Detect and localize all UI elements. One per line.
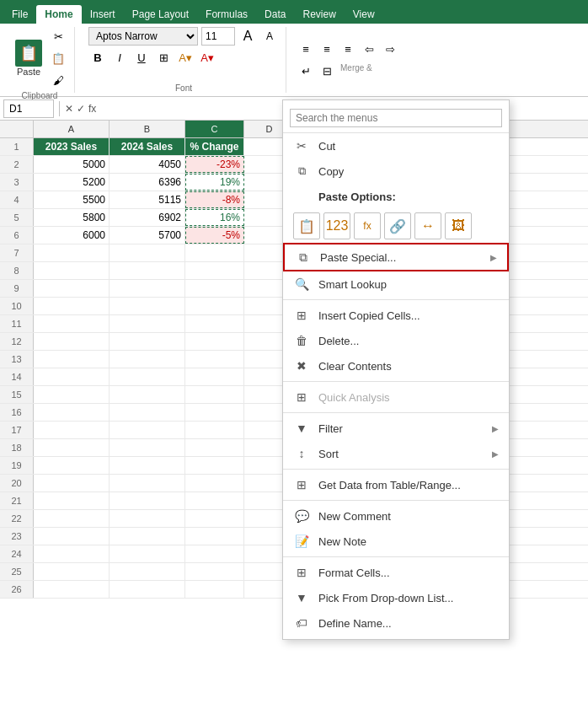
context-menu-new-note[interactable]: 📝 New Note — [283, 529, 509, 554]
format-painter-button[interactable]: 🖌 — [49, 71, 67, 89]
formula-cancel-icon[interactable]: ✕ — [65, 103, 73, 115]
context-menu-smart-lookup[interactable]: 🔍 Smart Lookup — [283, 271, 509, 297]
cell-b26[interactable] — [110, 581, 185, 598]
wrap-text-button[interactable]: ↵ — [297, 62, 315, 80]
align-right-button[interactable]: ≡ — [339, 40, 357, 58]
context-menu-insert-copied[interactable]: ⊞ Insert Copied Cells... — [283, 303, 509, 328]
cell-a23[interactable] — [34, 528, 110, 545]
cell-b9[interactable] — [110, 280, 185, 297]
cell-b14[interactable] — [110, 368, 185, 385]
search-input[interactable] — [290, 109, 502, 127]
cut-button[interactable]: ✂ — [49, 27, 67, 46]
cell-c3[interactable]: 19% — [185, 174, 244, 191]
tab-data[interactable]: Data — [256, 5, 294, 24]
cell-c20[interactable] — [185, 475, 244, 491]
cell-b5[interactable]: 6902 — [110, 209, 185, 226]
cell-c5[interactable]: 16% — [185, 209, 244, 226]
cell-a21[interactable] — [34, 492, 110, 509]
cell-b18[interactable] — [110, 439, 185, 456]
cell-a14[interactable] — [34, 368, 110, 385]
cell-a1[interactable]: 2023 Sales — [34, 138, 110, 155]
cell-a25[interactable] — [34, 563, 110, 580]
bold-button[interactable]: B — [88, 48, 107, 67]
tab-file[interactable]: File — [3, 5, 36, 24]
cell-a24[interactable] — [34, 545, 110, 562]
context-menu-define-name[interactable]: 🏷 Define Name... — [283, 610, 509, 636]
cell-a6[interactable]: 6000 — [34, 227, 110, 244]
cell-c14[interactable] — [185, 368, 244, 385]
paste-opt-picture[interactable]: 🖼 — [445, 212, 472, 239]
col-header-c[interactable]: C — [185, 121, 244, 137]
cell-a3[interactable]: 5200 — [34, 174, 110, 191]
cell-c4[interactable]: -8% — [185, 191, 244, 208]
cell-c15[interactable] — [185, 386, 244, 403]
cell-b13[interactable] — [110, 351, 185, 368]
font-color-button[interactable]: A▾ — [198, 48, 216, 67]
cell-c11[interactable] — [185, 315, 244, 332]
cell-a11[interactable] — [34, 315, 110, 332]
cell-a20[interactable] — [34, 475, 110, 491]
formula-fx-icon[interactable]: fx — [88, 103, 96, 115]
cell-b10[interactable] — [110, 298, 185, 314]
cell-c1[interactable]: % Change — [185, 138, 244, 155]
cell-c8[interactable] — [185, 262, 244, 279]
cell-b19[interactable] — [110, 457, 185, 474]
align-center-button[interactable]: ≡ — [318, 40, 336, 58]
cell-c16[interactable] — [185, 404, 244, 421]
font-size-input[interactable] — [201, 27, 235, 46]
cell-b6[interactable]: 5700 — [110, 227, 185, 244]
context-menu-sort[interactable]: ↕ Sort ▶ — [283, 441, 509, 466]
borders-button[interactable]: ⊞ — [154, 48, 173, 67]
cell-c22[interactable] — [185, 510, 244, 527]
context-menu-filter[interactable]: ▼ Filter ▶ — [283, 416, 509, 441]
cell-c25[interactable] — [185, 563, 244, 580]
cell-c7[interactable] — [185, 244, 244, 261]
cell-a17[interactable] — [34, 422, 110, 438]
cell-b4[interactable]: 5115 — [110, 191, 185, 208]
paste-opt-link[interactable]: 🔗 — [384, 212, 411, 239]
context-menu-get-data[interactable]: ⊞ Get Data from Table/Range... — [283, 472, 509, 497]
col-header-a[interactable]: A — [34, 121, 110, 137]
cell-c19[interactable] — [185, 457, 244, 474]
cell-b2[interactable]: 4050 — [110, 156, 185, 173]
paste-opt-transpose[interactable]: ↔ — [414, 212, 441, 239]
cell-c9[interactable] — [185, 280, 244, 297]
cell-a9[interactable] — [34, 280, 110, 297]
cell-b21[interactable] — [110, 492, 185, 509]
cell-a8[interactable] — [34, 262, 110, 279]
cell-a22[interactable] — [34, 510, 110, 527]
cell-a26[interactable] — [34, 581, 110, 598]
italic-button[interactable]: I — [110, 48, 129, 67]
context-menu-paste-special[interactable]: ⧉ Paste Special... ▶ — [283, 243, 509, 271]
align-left-button[interactable]: ≡ — [297, 40, 315, 58]
col-header-b[interactable]: B — [110, 121, 185, 137]
cell-b17[interactable] — [110, 422, 185, 438]
cell-b24[interactable] — [110, 545, 185, 562]
font-shrink-button[interactable]: A — [260, 27, 279, 46]
cell-a18[interactable] — [34, 439, 110, 456]
cell-b12[interactable] — [110, 333, 185, 350]
cell-a13[interactable] — [34, 351, 110, 368]
context-menu-format-cells[interactable]: ⊞ Format Cells... — [283, 560, 509, 585]
cell-b22[interactable] — [110, 510, 185, 527]
cell-b16[interactable] — [110, 404, 185, 421]
cell-c23[interactable] — [185, 528, 244, 545]
cell-b23[interactable] — [110, 528, 185, 545]
font-family-dropdown[interactable]: Aptos Narrow — [88, 27, 198, 46]
cell-a12[interactable] — [34, 333, 110, 350]
tab-insert[interactable]: Insert — [82, 5, 124, 24]
paste-opt-default[interactable]: 📋 — [293, 212, 320, 239]
cell-b25[interactable] — [110, 563, 185, 580]
paste-button[interactable]: 📋 Paste — [12, 38, 45, 78]
cell-b7[interactable] — [110, 244, 185, 261]
cell-b8[interactable] — [110, 262, 185, 279]
cell-b1[interactable]: 2024 Sales — [110, 138, 185, 155]
tab-view[interactable]: View — [345, 5, 383, 24]
cell-c21[interactable] — [185, 492, 244, 509]
cell-a19[interactable] — [34, 457, 110, 474]
cell-a2[interactable]: 5000 — [34, 156, 110, 173]
cell-c17[interactable] — [185, 422, 244, 438]
cell-reference-input[interactable] — [3, 99, 54, 118]
cell-b3[interactable]: 6396 — [110, 174, 185, 191]
cell-a15[interactable] — [34, 386, 110, 403]
